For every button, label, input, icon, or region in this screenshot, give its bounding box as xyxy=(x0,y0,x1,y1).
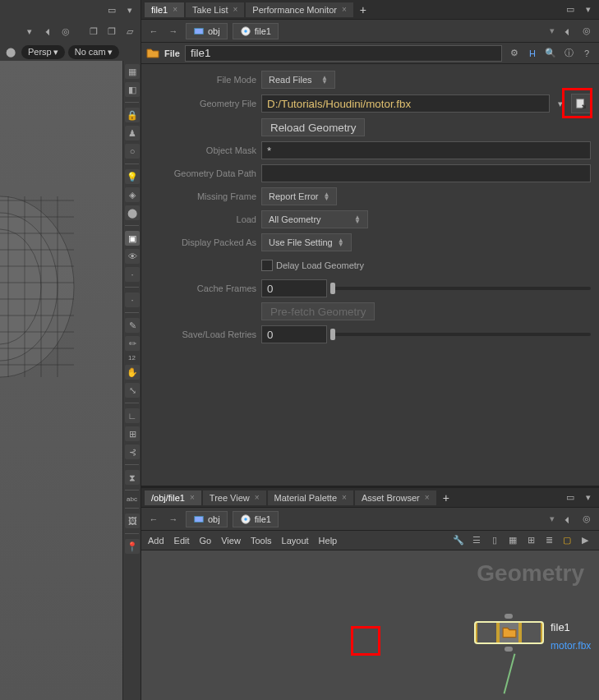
tab-obj-file1[interactable]: /obj/file1× xyxy=(145,490,201,505)
menu-tools[interactable]: Tools xyxy=(251,536,272,546)
search-icon[interactable]: 🔍 xyxy=(543,46,558,61)
gear-icon[interactable]: ⚙ xyxy=(507,46,522,61)
node-output-connector[interactable] xyxy=(505,647,513,652)
node-flag-right[interactable] xyxy=(522,623,541,642)
circle-left-icon[interactable]: ⬤ xyxy=(3,44,18,59)
grid-color-icon[interactable]: ▦ xyxy=(505,533,520,548)
shelf-circle-icon[interactable]: ○ xyxy=(125,144,140,159)
geometry-file-dropdown-icon[interactable]: ▾ xyxy=(553,96,568,111)
cube-stack-icon[interactable]: ❐ xyxy=(104,24,119,39)
dropdown-arrow-icon[interactable]: ▾ xyxy=(22,24,37,39)
pin-icon[interactable]: ⏴ xyxy=(560,512,574,527)
menu-go[interactable]: Go xyxy=(200,536,212,546)
maximize-icon[interactable]: ▭ xyxy=(104,2,119,17)
close-icon[interactable]: × xyxy=(425,493,430,502)
tab-take-list[interactable]: Take List× xyxy=(186,2,244,17)
note-icon[interactable]: ▢ xyxy=(560,533,574,548)
list-icon[interactable]: ☰ xyxy=(469,533,484,548)
tab-perf-monitor[interactable]: Performance Monitor× xyxy=(246,2,353,17)
shelf-angle-icon[interactable]: ∟ xyxy=(125,408,140,423)
tab-tree-view[interactable]: Tree View× xyxy=(203,490,266,505)
breadcrumb-dropdown-icon[interactable]: ▾ xyxy=(550,513,555,524)
shelf-dot2-icon[interactable]: · xyxy=(125,292,140,307)
camera-dropdown[interactable]: No cam▾ xyxy=(68,45,119,59)
shelf-wireframe-icon[interactable]: ▦ xyxy=(125,64,140,79)
shelf-diamond-icon[interactable]: ◈ xyxy=(125,187,140,202)
close-icon[interactable]: × xyxy=(255,493,260,502)
add-tab-button[interactable]: + xyxy=(355,3,371,16)
pin-icon[interactable]: ⏴ xyxy=(560,24,574,39)
nw-breadcrumb-obj[interactable]: obj xyxy=(186,511,228,527)
node-name-input[interactable] xyxy=(185,45,502,62)
node-center-icon[interactable] xyxy=(500,623,518,642)
shelf-bulb-icon[interactable]: 💡 xyxy=(125,169,140,184)
shelf-person-icon[interactable]: ♟ xyxy=(125,126,140,140)
close-icon[interactable]: × xyxy=(190,493,195,502)
shelf-image-icon[interactable]: 🖼 xyxy=(125,513,140,528)
shelf-pin-icon[interactable]: 📍 xyxy=(125,539,140,554)
nw-breadcrumb-file1[interactable]: file1 xyxy=(233,511,279,527)
forward-icon[interactable]: → xyxy=(166,24,181,39)
menu-help[interactable]: Help xyxy=(319,536,338,546)
cube-icon[interactable]: ❐ xyxy=(86,24,101,39)
pin-icon[interactable]: ⏴ xyxy=(40,24,55,39)
geometry-file-input[interactable] xyxy=(261,94,550,113)
add-tab-button[interactable]: + xyxy=(438,491,454,504)
viewport-3d[interactable] xyxy=(0,61,122,700)
display-packed-select[interactable]: Use File Setting ▲▼ xyxy=(261,233,352,251)
shelf-camera-icon[interactable]: ▣ xyxy=(125,231,140,246)
tool-icon[interactable]: ▱ xyxy=(122,24,137,39)
pane-menu-icon[interactable]: ▾ xyxy=(581,2,596,17)
shelf-pen-icon[interactable]: ✏ xyxy=(125,336,140,351)
node-file1[interactable] xyxy=(474,621,544,644)
shelf-arrow-icon[interactable]: ⤡ xyxy=(125,383,140,398)
shelf-sphere-icon[interactable]: ⬤ xyxy=(125,205,140,220)
shelf-shading-icon[interactable]: ◧ xyxy=(125,82,140,97)
back-icon[interactable]: ← xyxy=(146,512,161,527)
missing-frame-select[interactable]: Report Error ▲▼ xyxy=(261,187,337,205)
object-mask-input[interactable] xyxy=(261,141,591,159)
shelf-draw-icon[interactable]: ✎ xyxy=(125,318,140,333)
retries-input[interactable] xyxy=(261,325,327,343)
shelf-eye-icon[interactable]: 👁 xyxy=(125,249,140,264)
maximize-icon[interactable]: ▭ xyxy=(563,490,578,505)
target-icon[interactable]: ◎ xyxy=(579,512,594,527)
network-view[interactable]: Geometry file1 motor.fbx xyxy=(141,550,599,700)
node-input-connector[interactable] xyxy=(505,614,513,619)
tab-material-palette[interactable]: Material Palette× xyxy=(268,490,353,505)
pane-menu-icon[interactable]: ▾ xyxy=(581,490,596,505)
breadcrumb-file1[interactable]: file1 xyxy=(233,23,279,39)
info-icon[interactable]: ⓘ xyxy=(561,46,576,61)
shelf-grid-icon[interactable]: ⊞ xyxy=(125,426,140,441)
file-mode-select[interactable]: Read Files ▲▼ xyxy=(261,71,335,89)
close-icon[interactable]: × xyxy=(342,5,347,14)
persp-dropdown[interactable]: Persp▾ xyxy=(21,45,65,59)
target-icon[interactable]: ◎ xyxy=(58,24,73,39)
breadcrumb-dropdown-icon[interactable]: ▾ xyxy=(550,25,555,36)
target-icon[interactable]: ◎ xyxy=(579,24,594,39)
prefetch-button[interactable]: Pre-fetch Geometry xyxy=(261,302,375,320)
shelf-hand-icon[interactable]: ✋ xyxy=(125,365,140,380)
cache-frames-slider[interactable] xyxy=(330,287,591,290)
table-icon[interactable]: ⊞ xyxy=(523,533,538,548)
tab-file1[interactable]: file1× xyxy=(145,2,184,17)
shelf-snap-icon[interactable]: ⊰ xyxy=(125,444,140,459)
close-icon[interactable]: × xyxy=(233,5,237,14)
shelf-hourglass-icon[interactable]: ⧗ xyxy=(125,470,140,485)
menu-edit[interactable]: Edit xyxy=(174,536,190,546)
delay-load-checkbox[interactable] xyxy=(261,260,273,271)
menu-layout[interactable]: Layout xyxy=(282,536,309,546)
shelf-lock-icon[interactable]: 🔒 xyxy=(125,108,140,122)
tab-asset-browser[interactable]: Asset Browser× xyxy=(355,490,436,505)
retries-slider[interactable] xyxy=(330,333,591,336)
maximize-icon[interactable]: ▭ xyxy=(563,2,578,17)
close-icon[interactable]: × xyxy=(173,5,177,14)
file-browse-button[interactable] xyxy=(571,94,591,113)
geo-data-path-input[interactable] xyxy=(261,164,591,182)
breadcrumb-obj[interactable]: obj xyxy=(186,23,228,39)
help-icon[interactable]: ? xyxy=(579,46,594,61)
shelf-dot-icon[interactable]: · xyxy=(125,267,140,282)
back-icon[interactable]: ← xyxy=(146,24,161,39)
wrench-icon[interactable]: 🔧 xyxy=(451,533,466,548)
close-icon[interactable]: × xyxy=(342,493,347,502)
